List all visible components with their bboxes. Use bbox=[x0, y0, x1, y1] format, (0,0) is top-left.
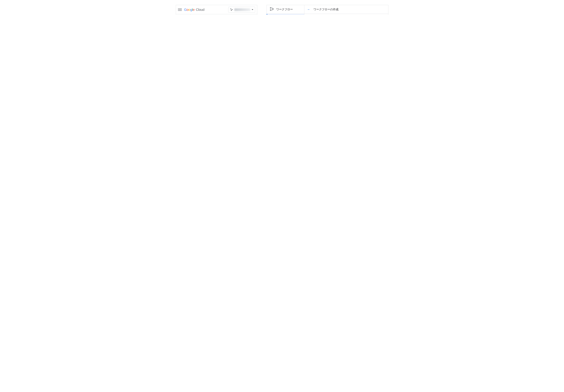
svg-point-5 bbox=[273, 9, 273, 10]
page-title: ワークフローの作成 bbox=[313, 8, 338, 11]
workflows-list-panel: Google Cloud bbox=[176, 5, 257, 15]
project-selector[interactable] bbox=[228, 7, 255, 13]
side-header: ワークフロー bbox=[267, 5, 304, 14]
back-arrow-icon[interactable]: ← bbox=[307, 8, 310, 11]
svg-point-3 bbox=[270, 8, 271, 8]
sidebar-item-workflows[interactable]: ワークフロー bbox=[267, 14, 304, 15]
hamburger-menu-icon[interactable] bbox=[178, 8, 182, 12]
chevron-down-icon bbox=[252, 9, 253, 10]
workflows-product-icon bbox=[270, 7, 274, 12]
project-name-blurred bbox=[234, 8, 250, 11]
stepper: 1 構成 — 2 ワークフローの定義 bbox=[304, 14, 388, 15]
project-icon bbox=[230, 8, 233, 11]
workflows-product-icon[interactable] bbox=[176, 14, 191, 15]
svg-point-4 bbox=[270, 10, 271, 11]
workflow-create-panel: ワークフロー ワークフロー ダッシュボード <I ← ワークフローの作成 bbox=[267, 5, 388, 15]
left-nav-rail bbox=[176, 14, 191, 15]
google-cloud-logo: Google Cloud bbox=[184, 8, 204, 12]
